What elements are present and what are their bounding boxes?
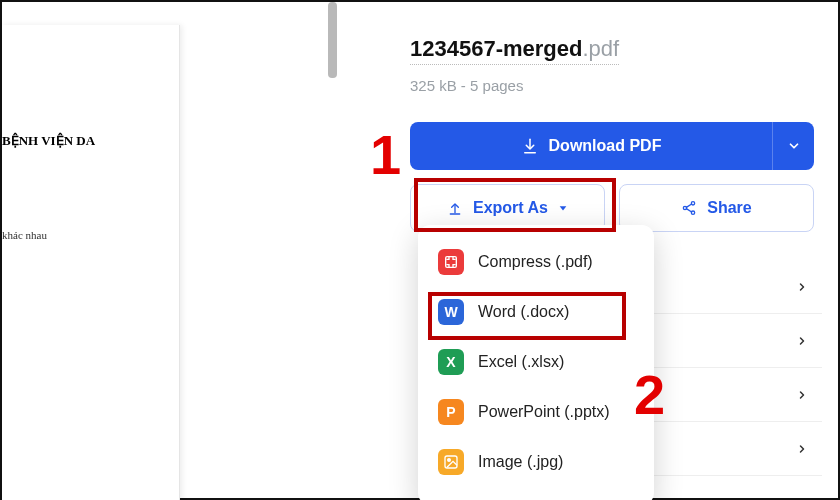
word-icon: W	[438, 299, 464, 325]
svg-line-4	[687, 204, 692, 207]
compress-icon	[438, 249, 464, 275]
export-option-word[interactable]: W Word (.docx)	[418, 287, 654, 337]
file-name: 1234567-merged	[410, 36, 582, 61]
svg-rect-7	[445, 456, 457, 468]
download-pdf-button[interactable]: Download PDF	[410, 122, 772, 170]
export-as-menu: Compress (.pdf) W Word (.docx) X Excel (…	[418, 225, 654, 500]
file-meta: 325 kB - 5 pages	[410, 77, 830, 94]
file-info-panel: 1234567-merged.pdf 325 kB - 5 pages Down…	[410, 36, 830, 232]
preview-scrollbar[interactable]	[328, 2, 337, 78]
export-option-label: Image (.jpg)	[478, 453, 563, 471]
chevron-right-icon	[796, 335, 808, 347]
document-heading-fragment: BỆNH VIỆN DA	[2, 133, 95, 149]
download-icon	[521, 137, 539, 155]
document-preview-pane: BỆNH VIỆN DA khác nhau	[2, 25, 180, 500]
export-option-label: Word (.docx)	[478, 303, 569, 321]
excel-icon: X	[438, 349, 464, 375]
export-option-label: Compress (.pdf)	[478, 253, 593, 271]
export-option-label: PowerPoint (.pptx)	[478, 403, 610, 421]
export-option-excel[interactable]: X Excel (.xlsx)	[418, 337, 654, 387]
export-option-image[interactable]: Image (.jpg)	[418, 437, 654, 487]
upload-icon	[447, 200, 463, 216]
svg-rect-6	[446, 257, 457, 268]
image-icon	[438, 449, 464, 475]
share-icon	[681, 200, 697, 216]
file-name-wrap[interactable]: 1234567-merged.pdf	[410, 36, 619, 65]
export-option-powerpoint[interactable]: P PowerPoint (.pptx)	[418, 387, 654, 437]
powerpoint-icon: P	[438, 399, 464, 425]
document-body-fragment: khác nhau	[2, 229, 47, 241]
export-option-compress[interactable]: Compress (.pdf)	[418, 237, 654, 287]
chevron-right-icon	[796, 443, 808, 455]
share-label: Share	[707, 199, 751, 217]
download-pdf-label: Download PDF	[549, 137, 662, 155]
svg-marker-0	[560, 206, 567, 210]
annotation-step-1: 1	[370, 122, 401, 187]
download-options-button[interactable]	[772, 122, 814, 170]
svg-point-8	[448, 459, 451, 462]
export-option-label: Excel (.xlsx)	[478, 353, 564, 371]
chevron-right-icon	[796, 389, 808, 401]
app-frame: BỆNH VIỆN DA khác nhau 1234567-merged.pd…	[0, 0, 840, 500]
chevron-down-icon	[787, 139, 801, 153]
export-as-label: Export As	[473, 199, 548, 217]
caret-down-icon	[558, 203, 568, 213]
file-extension: .pdf	[582, 36, 619, 61]
chevron-right-icon	[796, 281, 808, 293]
share-button[interactable]: Share	[619, 184, 814, 232]
svg-line-5	[687, 209, 692, 212]
download-row: Download PDF	[410, 122, 814, 170]
